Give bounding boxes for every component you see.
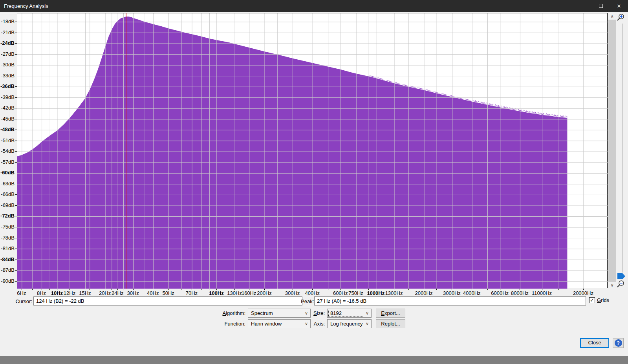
y-axis-label: -78dB <box>0 235 15 241</box>
y-axis-tick <box>15 76 17 76</box>
y-axis-tick <box>15 22 17 22</box>
zoom-in-icon[interactable] <box>616 13 625 22</box>
function-label: Function: <box>212 319 245 328</box>
x-axis-label: 40Hz <box>147 290 159 296</box>
cursor-label: Cursor: <box>0 297 32 306</box>
x-axis-label: 100Hz <box>209 290 224 296</box>
chevron-down-icon: ∨ <box>305 320 308 328</box>
y-axis-label: -24dB <box>0 40 15 46</box>
x-axis-tick <box>201 289 201 290</box>
scrollbar-shaft[interactable] <box>608 20 616 282</box>
y-axis-label: -72dB <box>0 213 15 219</box>
x-axis-label: 130Hz <box>227 290 242 296</box>
x-axis-tick <box>32 289 33 290</box>
size-label: Size: <box>310 309 325 318</box>
x-axis-label: 24Hz <box>112 290 123 296</box>
x-axis-label: 160Hz <box>242 290 256 296</box>
y-axis-tick <box>15 216 17 216</box>
y-axis-label: -75dB <box>0 224 15 230</box>
x-axis-tick <box>408 289 409 290</box>
y-axis-label: -87dB <box>0 267 15 273</box>
zoom-slider-thumb[interactable] <box>617 273 626 279</box>
x-axis-tick <box>558 289 559 290</box>
checkbox-check-icon: ✓ <box>589 297 595 303</box>
export-button[interactable]: Export... <box>376 309 405 318</box>
y-axis-tick <box>15 184 17 184</box>
x-axis-tick <box>49 289 50 290</box>
x-axis-label: 6000Hz <box>491 290 509 296</box>
vertical-scrollbar[interactable]: ∧ ∨ <box>608 13 616 289</box>
scrollbar-down-button[interactable]: ∨ <box>608 282 616 289</box>
cursor-readout-field[interactable]: 124 Hz (B2) = -22 dB <box>33 296 302 305</box>
grids-checkbox-label: Grids <box>597 297 609 303</box>
chevron-down-icon: ∨ <box>366 309 369 317</box>
chevron-down-icon: ∨ <box>366 320 369 328</box>
y-axis-label: -33dB <box>0 73 15 79</box>
y-axis-label: -45dB <box>0 116 15 122</box>
algorithm-dropdown[interactable]: Spectrum ∨ <box>248 309 311 318</box>
replot-button[interactable]: Replot... <box>376 319 405 328</box>
y-axis-tick <box>15 33 17 33</box>
chevron-up-icon: ∧ <box>610 14 613 19</box>
axis-dropdown[interactable]: Log frequency ∨ <box>327 319 372 328</box>
zoom-out-icon[interactable] <box>616 280 625 289</box>
function-dropdown[interactable]: Hann window ∨ <box>248 319 311 328</box>
spectrum-chart <box>17 13 608 289</box>
scrollbar-up-button[interactable]: ∧ <box>608 13 616 20</box>
y-axis-label: -90dB <box>0 278 15 284</box>
y-axis-tick <box>15 86 17 87</box>
y-axis-label: -57dB <box>0 159 15 165</box>
x-axis-label: 3000Hz <box>443 290 461 296</box>
x-axis-label: 750Hz <box>348 290 363 296</box>
x-axis-label: 400Hz <box>305 290 320 296</box>
x-axis-label: 600Hz <box>333 290 348 296</box>
y-axis-label: -60dB <box>0 170 15 176</box>
window-bottom-edge <box>0 356 628 364</box>
y-axis-label: -63dB <box>0 181 15 187</box>
close-window-button[interactable]: ✕ <box>610 0 628 12</box>
peak-readout-field[interactable]: 27 Hz (A0) = -16.5 dB <box>314 296 586 305</box>
x-axis-label: 50Hz <box>162 290 174 296</box>
x-axis-label: 4000Hz <box>463 290 481 296</box>
close-icon: ✕ <box>617 3 621 9</box>
window-title: Frequency Analysis <box>0 3 48 9</box>
y-axis-label: -39dB <box>0 94 15 100</box>
y-axis-label: -36dB <box>0 83 15 89</box>
y-axis-tick <box>15 173 17 173</box>
x-axis-tick <box>181 289 181 290</box>
y-axis-label: -84dB <box>0 256 15 262</box>
grids-checkbox[interactable]: ✓ Grids <box>589 297 609 303</box>
y-axis-label: -30dB <box>0 62 15 68</box>
y-axis-tick <box>15 270 17 271</box>
minimize-icon <box>581 6 585 6</box>
x-axis-label: 20000Hz <box>573 290 593 296</box>
x-axis-label: 12Hz <box>64 290 75 296</box>
maximize-button[interactable] <box>592 0 610 12</box>
y-axis-label: -69dB <box>0 202 15 208</box>
zoom-slider-track[interactable] <box>622 24 623 273</box>
spectrum-plot[interactable] <box>17 13 608 288</box>
y-axis-label: -27dB <box>0 51 15 57</box>
algorithm-label: Algorithm: <box>212 309 245 318</box>
size-dropdown[interactable]: 8192 ∨ <box>327 309 372 318</box>
y-axis-tick <box>15 130 17 130</box>
y-axis-label: -66dB <box>0 191 15 197</box>
close-button[interactable]: Close <box>580 338 609 348</box>
y-axis-tick <box>15 281 17 282</box>
help-button[interactable]: ? <box>613 338 624 348</box>
x-axis-label: 20Hz <box>99 290 111 296</box>
x-axis-label: 2000Hz <box>415 290 433 296</box>
y-axis-tick <box>15 54 17 55</box>
frequency-analysis-dialog: Frequency Analysis ✕ -18dB-21dB-24dB-27d… <box>0 0 628 364</box>
minimize-button[interactable] <box>574 0 592 12</box>
y-axis-tick <box>15 141 17 141</box>
title-bar: Frequency Analysis ✕ <box>0 0 628 12</box>
focus-rectangle <box>328 310 363 316</box>
y-axis-tick <box>15 205 17 206</box>
x-axis-label: 30Hz <box>127 290 139 296</box>
y-axis-tick <box>15 249 17 249</box>
x-axis-label: 200Hz <box>257 290 272 296</box>
x-axis-label: 300Hz <box>285 290 300 296</box>
x-axis-tick <box>144 289 144 290</box>
chevron-down-icon: ∨ <box>305 309 308 317</box>
